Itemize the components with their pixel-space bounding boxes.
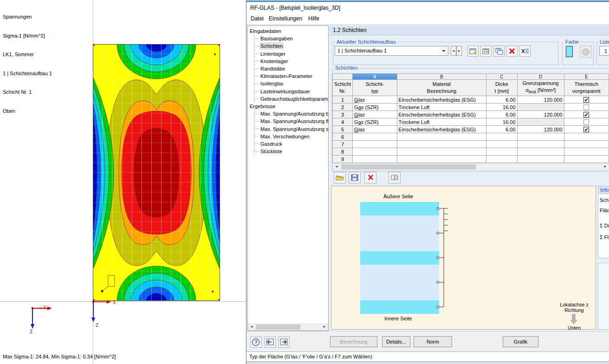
dialog-titlebar[interactable]: RF-GLAS - [Beispiel_Isolierglas_3D] <box>246 3 609 13</box>
table-scrollbar[interactable]: ◄ ► <box>333 163 609 170</box>
copy-layup-button[interactable] <box>493 46 505 57</box>
save-layup-button[interactable] <box>349 172 361 183</box>
chevron-down-icon[interactable] <box>440 47 447 55</box>
tree-item[interactable]: Klimalasten-Parameter <box>254 72 328 80</box>
scroll-right-icon[interactable]: ► <box>603 164 607 169</box>
tree-item[interactable]: Isolierglas <box>254 80 328 87</box>
cell-schichttyp[interactable]: Glas <box>353 126 397 133</box>
layup-combobox[interactable]: 1 | Schichtenaufbau 1 <box>335 46 448 56</box>
cell-dicke[interactable]: 16.00 <box>486 118 517 126</box>
cell-material[interactable]: Einscheibensicherheitsglas (ESG) <box>397 111 486 118</box>
tree-item[interactable]: Max. Spannung/Ausnutzung be <box>254 110 328 117</box>
menu-datei[interactable]: Datei <box>251 15 264 22</box>
cell-material[interactable] <box>397 133 486 141</box>
cell-grenzspannung[interactable]: 120.000 <box>517 126 564 133</box>
scroll-left-icon[interactable]: ◄ <box>335 164 338 169</box>
column-letter-C[interactable]: C <box>486 74 517 80</box>
menu-hilfe[interactable]: Hilfe <box>308 15 319 22</box>
cell-thermisch[interactable] <box>564 133 609 141</box>
cell-schichttyp[interactable]: Glas <box>353 111 397 118</box>
checkbox-unchecked-icon[interactable] <box>583 104 589 110</box>
checkbox-checked-icon[interactable]: ✔ <box>583 112 589 117</box>
tree-item[interactable]: Knotenlager <box>254 58 328 65</box>
cell-grenzspannung[interactable] <box>517 141 564 148</box>
tree-item[interactable]: Basisangaben <box>254 35 328 42</box>
cell-material[interactable]: Trockene Luft <box>397 104 486 111</box>
cell-material[interactable]: Einscheibensicherheitsglas (ESG) <box>397 126 486 133</box>
cell-dicke[interactable]: 6.00 <box>486 96 517 104</box>
row-number-cell[interactable]: 4 <box>333 118 353 126</box>
row-number-cell[interactable]: 6 <box>333 133 353 141</box>
checkbox-unchecked-icon[interactable] <box>583 119 589 125</box>
row-number-cell[interactable]: 3 <box>333 111 353 118</box>
scrollbar-thumb[interactable] <box>256 325 300 330</box>
scroll-left-icon[interactable]: ◄ <box>250 325 253 329</box>
cell-dicke[interactable] <box>486 148 517 156</box>
cell-schichttyp[interactable] <box>353 133 397 141</box>
checkbox-checked-icon[interactable]: ✔ <box>583 127 589 132</box>
row-number-cell[interactable]: 1 <box>333 96 353 104</box>
jump-next-table-button[interactable] <box>278 337 290 348</box>
cell-schichttyp[interactable]: Gas (SZR) <box>353 118 397 126</box>
tree-section-ergebnisse[interactable]: Ergebnisse <box>250 103 328 110</box>
cell-material[interactable] <box>397 148 486 156</box>
delete-row-button[interactable] <box>364 172 376 183</box>
cell-material[interactable]: Einscheibensicherheitsglas (ESG) <box>397 96 486 104</box>
liste-input[interactable]: 1 <box>599 46 609 56</box>
jump-previous-table-button[interactable] <box>264 337 276 348</box>
berechnung-button[interactable]: Berechnung <box>330 336 377 347</box>
layup-color-swatch[interactable] <box>566 46 573 57</box>
cell-grenzspannung[interactable] <box>517 104 564 111</box>
cell-dicke[interactable]: 16.00 <box>486 104 517 111</box>
checkbox-checked-icon[interactable]: ✔ <box>583 97 589 103</box>
norm-button[interactable]: Norm <box>414 336 452 347</box>
cell-grenzspannung[interactable] <box>517 148 564 156</box>
column-letter-A[interactable]: A <box>353 74 397 80</box>
new-layup-button[interactable]: ★ <box>467 46 479 57</box>
cell-material[interactable]: Trockene Luft <box>397 118 486 126</box>
cell-grenzspannung[interactable] <box>517 133 564 141</box>
cell-dicke[interactable]: 6.00 <box>486 111 517 118</box>
cell-schichttyp[interactable]: Gas (SZR) <box>353 104 397 111</box>
rename-layup-button[interactable] <box>480 46 492 57</box>
tree-item[interactable]: Randstäbe <box>254 65 328 72</box>
cell-thermisch[interactable] <box>564 104 609 111</box>
library-button[interactable] <box>389 172 401 183</box>
cell-grenzspannung[interactable] <box>517 118 564 126</box>
tree-section-eingabedaten[interactable]: Eingabedaten <box>250 27 328 35</box>
row-number-cell[interactable]: 8 <box>333 148 353 156</box>
column-letter-B[interactable]: B <box>397 74 486 80</box>
cell-dicke[interactable] <box>486 156 517 163</box>
cell-thermisch[interactable]: ✔ <box>564 96 609 104</box>
layup-prev-button[interactable]: ◄ <box>451 46 456 56</box>
cell-dicke[interactable] <box>486 133 517 141</box>
cell-thermisch[interactable] <box>564 118 609 126</box>
layers-table[interactable]: ABCDESchichtNr.Schicht-typMaterialBezeic… <box>332 73 609 163</box>
cell-grenzspannung[interactable]: 120.000 <box>517 96 564 104</box>
cell-dicke[interactable] <box>486 141 517 148</box>
cell-thermisch[interactable] <box>564 156 609 163</box>
row-number-cell[interactable]: 5 <box>333 126 353 133</box>
details-button[interactable]: Details... <box>382 336 410 347</box>
tree-item[interactable]: Gasdruck <box>254 140 328 148</box>
cell-thermisch[interactable] <box>564 148 609 156</box>
palette-button[interactable] <box>580 46 592 58</box>
cell-thermisch[interactable] <box>564 141 609 148</box>
tree-item[interactable]: Max. Verschiebungen <box>254 133 328 140</box>
tree-item[interactable]: Max. Spannung/Ausnutzung flä <box>254 117 328 125</box>
tree-item[interactable]: Schichten <box>254 42 328 50</box>
export-table-button[interactable] <box>519 46 531 57</box>
row-number-cell[interactable]: 7 <box>333 141 353 148</box>
open-layup-button[interactable] <box>334 172 346 183</box>
scrollbar-thumb[interactable] <box>341 164 476 169</box>
delete-layup-button[interactable] <box>506 46 518 57</box>
menu-einstellungen[interactable]: Einstellungen <box>269 15 302 22</box>
cell-schichttyp[interactable] <box>353 156 397 163</box>
column-letter-E[interactable]: E <box>564 74 609 80</box>
cell-schichttyp[interactable] <box>353 148 397 156</box>
layup-next-button[interactable]: ► <box>456 46 462 56</box>
cell-thermisch[interactable]: ✔ <box>564 126 609 133</box>
tree-item[interactable]: Linienlager <box>254 50 328 58</box>
scroll-right-icon[interactable]: ► <box>323 325 326 329</box>
tree-item[interactable]: Max. Spannung/Ausnutzung sc <box>254 125 328 132</box>
